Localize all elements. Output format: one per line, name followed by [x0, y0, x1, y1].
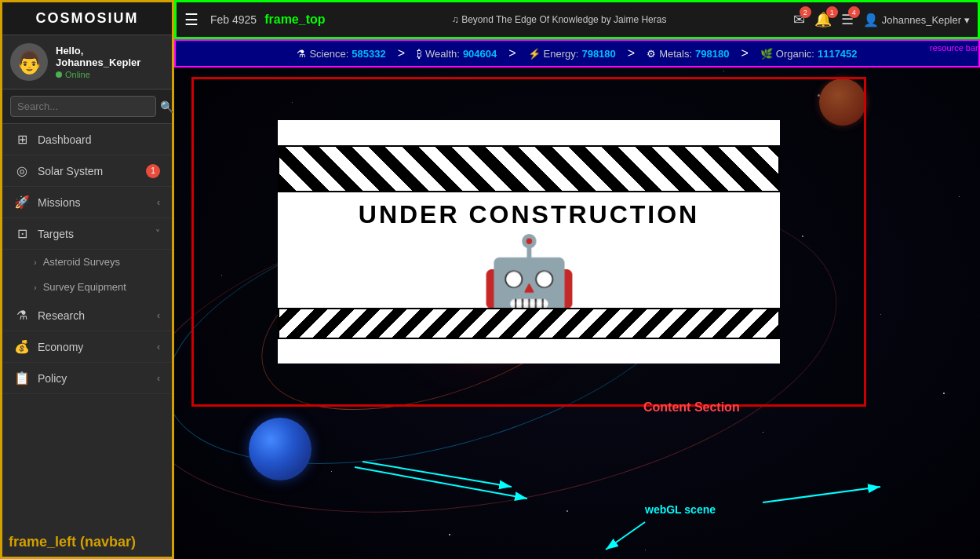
metals-value: 798180	[695, 48, 729, 60]
economy-arrow: ‹	[157, 342, 160, 353]
user-menu[interactable]: 👤 Johannes_Kepler ▾	[863, 13, 970, 27]
construction-robot: 🤖	[480, 237, 578, 316]
nav-label-solar-system: Solar System	[38, 165, 138, 177]
content-section-label: Content Section	[643, 400, 740, 415]
sep4: >	[741, 46, 748, 60]
solar-system-badge: 1	[146, 164, 160, 178]
energy-icon: ⚡	[528, 48, 541, 60]
content-section: UNDER CONSTRUCTION 🤖	[191, 77, 866, 407]
svg-line-2	[763, 487, 880, 502]
organic-resource: 🌿 Organic: 1117452	[760, 48, 858, 60]
webgl-label: webGL scene	[645, 503, 716, 516]
app-logo: COSMOSIUM	[2, 2, 172, 35]
topbar: ☰ Feb 4925 frame_top ♫ Beyond The Edge O…	[174, 0, 980, 39]
wealth-icon: ₿	[417, 48, 422, 60]
organic-label: Organic:	[776, 48, 814, 60]
nav-label-dashboard: Dashboard	[38, 133, 160, 146]
list-badge: 4	[848, 6, 860, 18]
user-info: Hello, Johannes_Kepler Online	[56, 45, 164, 79]
dashboard-icon: ⊞	[14, 132, 30, 147]
nav-label-research: Research	[38, 309, 149, 322]
construction-stripes-bottom	[278, 308, 780, 339]
policy-arrow: ‹	[157, 373, 160, 384]
alerts-icon[interactable]: 🔔 1	[814, 11, 832, 28]
nav-label-missions: Missions	[38, 196, 149, 209]
targets-icon: ⊡	[14, 226, 30, 241]
science-icon: ⚗	[297, 48, 306, 60]
sidebar-frame-label: frame_left (navbar)	[9, 534, 136, 550]
topbar-icons: ✉ 2 🔔 1 ☰ 4 👤 Johannes_Kepler ▾	[793, 11, 970, 28]
wealth-label: Wealth:	[425, 48, 460, 60]
avatar: 👨	[10, 43, 48, 81]
sep2: >	[508, 46, 516, 60]
earth	[249, 418, 311, 480]
science-value: 585332	[352, 48, 385, 60]
sidebar-item-policy[interactable]: 📋 Policy ‹	[2, 363, 172, 394]
user-profile: 👨 Hello, Johannes_Kepler Online	[2, 35, 172, 90]
wealth-resource: ₿ Wealth: 904604	[417, 48, 497, 60]
sub-arrow-asteroid: ›	[34, 258, 37, 267]
metals-label: Metals:	[659, 48, 692, 60]
messages-icon[interactable]: ✉ 2	[793, 11, 805, 28]
sidebar-item-targets[interactable]: ⊡ Targets ˅	[2, 218, 172, 250]
alerts-badge: 1	[826, 6, 838, 18]
list-icon[interactable]: ☰ 4	[841, 11, 854, 28]
nav-label-policy: Policy	[38, 372, 149, 385]
user-dropdown-arrow: ▾	[964, 14, 970, 26]
targets-arrow: ˅	[155, 228, 160, 239]
energy-label: Energy:	[544, 48, 579, 60]
user-icon: 👤	[863, 13, 879, 27]
sidebar-item-solar-system[interactable]: ◎ Solar System 1	[2, 155, 172, 187]
sidebar-item-economy[interactable]: 💰 Economy ‹	[2, 331, 172, 363]
search-input[interactable]	[10, 96, 156, 117]
metals-icon: ⚙	[647, 48, 656, 60]
sidebar-nav: ⊞ Dashboard ◎ Solar System 1 🚀 Missions …	[2, 124, 172, 557]
sep1: >	[398, 46, 405, 60]
research-icon: ⚗	[14, 308, 30, 323]
science-resource: ⚗ Science: 585332	[297, 48, 385, 60]
construction-title: UNDER CONSTRUCTION	[359, 192, 699, 237]
sidebar-item-asteroid-surveys[interactable]: › Asteroid Surveys	[2, 250, 172, 275]
svg-line-3	[606, 522, 645, 550]
missions-icon: 🚀	[14, 195, 30, 210]
search-button[interactable]: 🔍	[160, 100, 173, 113]
search-bar[interactable]: 🔍	[2, 90, 172, 124]
user-name: Hello, Johannes_Kepler	[56, 45, 164, 68]
sep3: >	[628, 46, 635, 60]
messages-badge: 2	[800, 6, 811, 18]
resource-bar: ⚗ Science: 585332 > ₿ Wealth: 904604 > ⚡…	[174, 39, 980, 68]
economy-icon: 💰	[14, 339, 30, 354]
under-construction-panel: UNDER CONSTRUCTION 🤖	[278, 120, 780, 364]
nav-label-survey-equipment: Survey Equipment	[43, 281, 126, 293]
energy-value: 798180	[581, 48, 615, 60]
policy-icon: 📋	[14, 371, 30, 385]
sidebar-item-dashboard[interactable]: ⊞ Dashboard	[2, 124, 172, 155]
sub-arrow-equipment: ›	[34, 283, 37, 292]
organic-icon: 🌿	[760, 48, 773, 60]
research-arrow: ‹	[157, 310, 160, 321]
solar-system-icon: ◎	[14, 163, 30, 178]
organic-value: 1117452	[818, 48, 858, 60]
metals-resource: ⚙ Metals: 798180	[647, 48, 729, 60]
sidebar-item-missions[interactable]: 🚀 Missions ‹	[2, 187, 172, 218]
sidebar-item-research[interactable]: ⚗ Research ‹	[2, 300, 172, 331]
user-status: Online	[56, 70, 164, 79]
sidebar-item-survey-equipment[interactable]: › Survey Equipment	[2, 275, 172, 300]
construction-stripes-top	[278, 145, 780, 192]
nav-label-economy: Economy	[38, 341, 149, 353]
nav-label-targets: Targets	[38, 228, 148, 240]
status-label: Online	[65, 70, 90, 79]
wealth-value: 904604	[463, 48, 497, 60]
energy-resource: ⚡ Energy: 798180	[528, 48, 616, 60]
nav-label-asteroid-surveys: Asteroid Surveys	[43, 256, 120, 268]
sidebar: COSMOSIUM 👨 Hello, Johannes_Kepler Onlin…	[0, 0, 174, 559]
missions-arrow: ‹	[157, 197, 160, 208]
status-dot	[56, 71, 62, 78]
topbar-date: Feb 4925	[210, 13, 257, 26]
now-playing: ♫ Beyond The Edge Of Knowledge by Jaime …	[333, 14, 785, 25]
hamburger-menu[interactable]: ☰	[184, 10, 199, 29]
frame-top-label: frame_top	[264, 13, 325, 27]
username: Johannes_Kepler	[882, 14, 961, 26]
science-label: Science:	[309, 48, 348, 60]
